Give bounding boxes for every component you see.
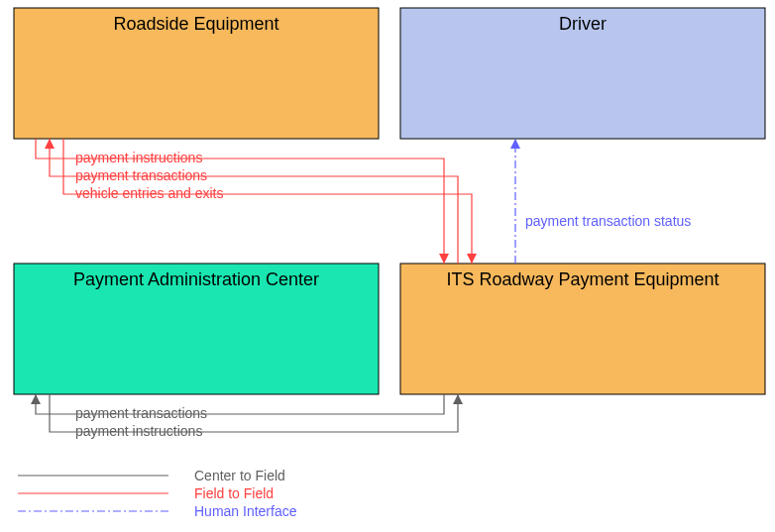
legend: Center to Field Field to Field Human Int…	[18, 468, 297, 519]
node-driver-label: Driver	[559, 14, 607, 34]
node-roadside-label: Roadside Equipment	[113, 14, 278, 34]
flow-label: payment transaction status	[525, 213, 691, 229]
svg-marker-7	[510, 139, 520, 149]
flow-payment-transactions-its-to-pac: payment transactions	[31, 394, 444, 421]
flow-label: payment instructions	[75, 150, 202, 165]
flow-payment-instructions-rs-to-its: payment instructions	[36, 139, 449, 264]
node-itspay-label: ITS Roadway Payment Equipment	[446, 269, 719, 289]
flow-label: vehicle entries and exits	[75, 185, 223, 201]
flow-label: payment transactions	[75, 167, 207, 183]
legend-human-interface: Human Interface	[194, 503, 297, 519]
svg-marker-4	[439, 254, 449, 264]
architecture-diagram: Roadside Equipment Driver Payment Admini…	[0, 0, 775, 532]
svg-marker-8	[31, 394, 41, 404]
legend-field-to-field: Field to Field	[194, 485, 274, 501]
svg-marker-5	[45, 139, 55, 149]
legend-center-to-field: Center to Field	[194, 468, 285, 483]
flow-label: payment transactions	[75, 405, 207, 421]
node-driver: Driver	[400, 8, 765, 139]
flow-label: payment instructions	[75, 423, 202, 439]
node-its-roadway-payment: ITS Roadway Payment Equipment	[400, 264, 765, 394]
node-payadmin-label: Payment Administration Center	[73, 269, 319, 289]
node-payment-admin-center: Payment Administration Center	[14, 264, 379, 394]
svg-marker-9	[453, 394, 463, 404]
node-roadside-equipment: Roadside Equipment	[14, 8, 379, 139]
flow-payment-transaction-status: payment transaction status	[510, 139, 691, 264]
svg-marker-6	[467, 254, 477, 264]
